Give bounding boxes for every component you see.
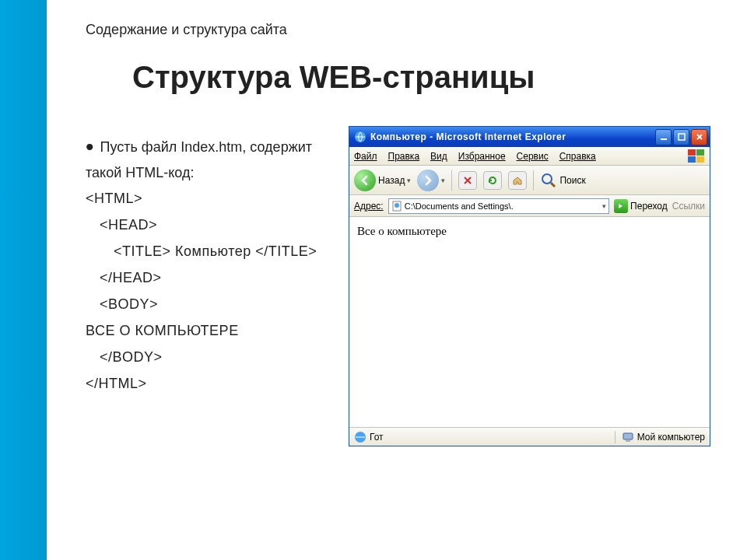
close-button[interactable] xyxy=(691,129,707,145)
code-line: <BODY> xyxy=(100,294,327,316)
search-button[interactable]: Поиск xyxy=(540,172,585,189)
code-line: </BODY> xyxy=(100,347,327,369)
toolbar-separator xyxy=(533,170,534,191)
svg-rect-6 xyxy=(696,156,704,163)
svg-rect-12 xyxy=(626,440,630,442)
forward-button[interactable]: ▾ xyxy=(417,170,445,191)
menu-view[interactable]: Вид xyxy=(430,151,447,162)
ie-logo-icon xyxy=(354,131,366,143)
menu-edit[interactable]: Правка xyxy=(388,151,420,162)
ie-address-bar: Адрес: C:\Documents and Settings\. ▾ Пер… xyxy=(349,195,710,217)
svg-point-7 xyxy=(542,174,552,184)
ie-window: Компьютер - Microsoft Internet Explorer … xyxy=(349,126,710,446)
toolbar-separator xyxy=(451,170,452,191)
go-button[interactable]: Переход xyxy=(614,199,668,213)
address-input[interactable]: C:\Documents and Settings\. ▾ xyxy=(388,198,609,214)
menu-file[interactable]: Файл xyxy=(354,151,377,162)
back-button[interactable]: Назад▾ xyxy=(354,170,411,191)
address-label: Адрес: xyxy=(354,201,384,212)
ie-statusbar: Гот Мой компьютер xyxy=(349,427,710,446)
code-explain-column: Пусть файл Index.htm, содержит такой HTM… xyxy=(86,126,327,446)
maximize-button[interactable] xyxy=(673,129,689,145)
svg-rect-4 xyxy=(696,149,704,156)
slide-topic: Содержание и структура сайта xyxy=(86,22,719,38)
window-title: Компьютер - Microsoft Internet Explorer xyxy=(370,131,655,142)
ie-titlebar[interactable]: Компьютер - Microsoft Internet Explorer xyxy=(349,127,710,147)
page-text: Все о компьютере xyxy=(357,225,447,237)
slide-accent-bar xyxy=(0,0,47,560)
code-line: </HTML> xyxy=(86,373,327,395)
code-line: <TITLE> Компьютер </TITLE> xyxy=(114,241,327,263)
intro-bullet: Пусть файл Index.htm, содержит такой HTM… xyxy=(86,126,327,184)
ie-toolbar: Назад▾ ▾ Поиск xyxy=(349,166,710,195)
page-icon xyxy=(391,201,402,212)
code-line: <HEAD> xyxy=(100,215,327,236)
refresh-button[interactable] xyxy=(483,171,502,190)
status-zone: Мой компьютер xyxy=(615,431,705,443)
ie-menubar: Файл Правка Вид Избранное Сервис Справка xyxy=(349,147,710,166)
svg-rect-1 xyxy=(661,138,667,140)
code-line: </HEAD> xyxy=(100,268,327,289)
address-dropdown[interactable]: ▾ xyxy=(602,202,606,210)
page-viewport: Все о компьютере xyxy=(349,217,710,427)
menu-tools[interactable]: Сервис xyxy=(517,151,549,162)
svg-rect-2 xyxy=(679,134,685,140)
links-button[interactable]: Ссылки xyxy=(672,201,705,212)
slide-body: Содержание и структура сайта Структура W… xyxy=(47,0,747,560)
minimize-button[interactable] xyxy=(655,129,672,145)
search-icon xyxy=(540,172,557,189)
svg-rect-5 xyxy=(688,156,696,163)
stop-button[interactable] xyxy=(458,171,477,190)
menu-help[interactable]: Справка xyxy=(559,151,596,162)
svg-rect-3 xyxy=(688,149,696,156)
ie-logo-icon xyxy=(354,431,366,443)
status-left: Гот xyxy=(354,431,384,443)
slide-title: Структура WEB-страницы xyxy=(132,60,719,95)
svg-point-9 xyxy=(395,203,399,208)
computer-icon xyxy=(622,431,634,443)
code-line: <HTML> xyxy=(86,188,327,210)
code-line: ВСЕ О КОМПЬЮТЕРЕ xyxy=(86,320,327,342)
menu-favorites[interactable]: Избранное xyxy=(458,151,506,162)
windows-flag-icon xyxy=(688,149,705,163)
home-button[interactable] xyxy=(508,171,527,190)
svg-rect-11 xyxy=(623,433,633,439)
